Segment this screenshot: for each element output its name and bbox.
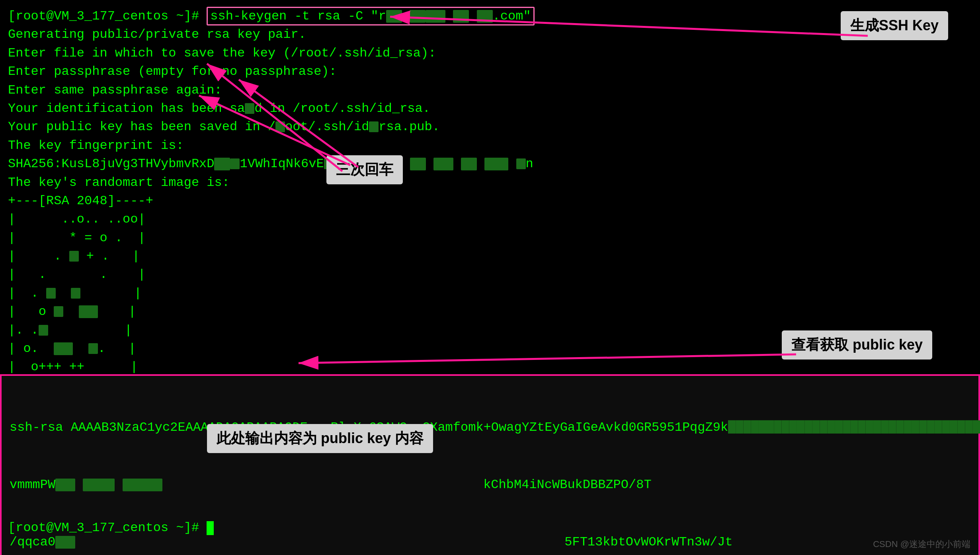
terminal-line-7: Your public key has been saved in /oot/.… <box>8 118 972 136</box>
terminal-line-11: +---[RSA 2048]----+ <box>8 192 972 210</box>
terminal-line-12: | ..o.. ..oo| <box>8 210 972 229</box>
terminal-line-13: | * = o . | <box>8 229 972 247</box>
terminal-line-6: Your identification has been sad in /roo… <box>8 100 972 118</box>
terminal-line-17: | o | <box>8 303 972 321</box>
terminal-line-20: | o+++ ++ | <box>8 358 972 376</box>
annotation-generate-ssh-key: 生成SSH Key <box>841 11 948 40</box>
pubkey-line-2: vmmmPW kChbM4iNcWBukDBBZPO/8T <box>10 475 970 494</box>
terminal-line-2: Generating public/private rsa key pair. <box>8 25 972 44</box>
pubkey-line-3: /qqca0 5FT13kbtOvWOKrWTn3w/Jt <box>10 533 970 552</box>
annotation-public-key-content: 此处输出内容为 public key 内容 <box>207 424 433 453</box>
terminal-line-15: | . . | <box>8 266 972 284</box>
terminal-line-9: SHA256:KusL8juVg3THVybmvRxD1VWhIqNk6vE/N… <box>8 155 972 173</box>
final-prompt: [root@VM_3_177_centos ~]# <box>8 520 214 535</box>
terminal-line-14: | . + . | <box>8 247 972 266</box>
terminal-line-8: The key fingerprint is: <box>8 137 972 155</box>
pubkey-line-1: ssh-rsa AAAAB3NzaC1yc2EAAAADAQABAABAQDEa… <box>10 418 970 437</box>
terminal-line-3: Enter file in which to save the key (/ro… <box>8 44 972 63</box>
prompt-1: [root@VM_3_177_centos ~]# <box>8 9 207 23</box>
command-highlight-1: ssh-keygen -t rsa -C "r .com" <box>207 7 534 25</box>
annotation-view-public-key: 查看获取 public key <box>782 330 932 360</box>
annotation-three-returns: 三次回车 <box>326 155 403 184</box>
terminal-line-10: The key's randomart image is: <box>8 174 972 192</box>
cursor <box>207 521 214 535</box>
watermark: CSDN @迷途中的小前端 <box>873 538 970 550</box>
terminal-line-5: Enter same passphrase again: <box>8 81 972 100</box>
terminal-line-1: [root@VM_3_177_centos ~]# ssh-keygen -t … <box>8 7 972 25</box>
terminal-line-16: | . | <box>8 284 972 303</box>
terminal-line-4: Enter passphrase (empty for no passphras… <box>8 63 972 81</box>
